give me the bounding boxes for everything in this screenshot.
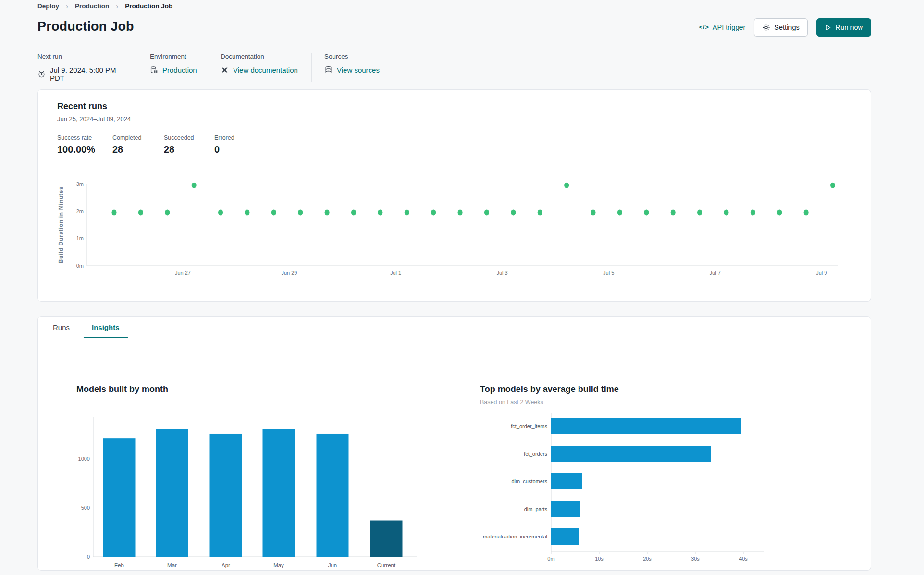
build-duration-scatter-chart: 0m1m2m3mJun 27Jun 29Jul 1Jul 3Jul 5Jul 7…: [57, 178, 852, 281]
month-bar[interactable]: [210, 434, 242, 557]
month-bar[interactable]: [370, 521, 403, 557]
x-axis-tick: Jul 3: [496, 270, 507, 276]
run-point[interactable]: [564, 183, 569, 188]
run-point[interactable]: [111, 210, 116, 216]
run-point[interactable]: [325, 210, 330, 216]
stat-succeeded: Succeeded 28: [164, 135, 214, 155]
y-axis-tick: 1000: [78, 456, 90, 462]
run-point[interactable]: [511, 210, 516, 216]
production-job-page: Deploy › Production › Production Job Pro…: [0, 0, 924, 575]
run-point[interactable]: [218, 210, 223, 216]
recent-runs-date-range: Jun 25, 2024–Jul 09, 2024: [57, 115, 131, 122]
model-bar[interactable]: [551, 418, 741, 434]
x-axis-tick: 40s: [739, 556, 748, 562]
month-bar[interactable]: [103, 438, 136, 557]
breadcrumb-deploy[interactable]: Deploy: [37, 2, 59, 10]
run-point[interactable]: [617, 210, 622, 216]
run-now-button[interactable]: Run now: [816, 18, 871, 37]
model-label: materialization_incremental: [483, 534, 547, 539]
month-bar[interactable]: [156, 429, 188, 557]
run-point[interactable]: [245, 210, 249, 216]
run-point[interactable]: [351, 210, 356, 216]
run-point[interactable]: [538, 210, 542, 216]
divider: [311, 53, 312, 82]
model-bar[interactable]: [551, 446, 711, 462]
y-axis-tick: 500: [81, 505, 90, 511]
x-axis-tick: Jul 9: [816, 270, 827, 276]
model-bar[interactable]: [551, 473, 582, 489]
run-point[interactable]: [298, 210, 303, 216]
model-label: fct_orders: [524, 451, 547, 457]
y-axis-tick: 0: [87, 554, 90, 560]
x-axis-category: Jun: [328, 563, 337, 568]
breadcrumb-production[interactable]: Production: [75, 2, 109, 10]
dbt-docs-icon: [221, 66, 229, 74]
run-point[interactable]: [644, 210, 649, 216]
run-point[interactable]: [724, 210, 728, 216]
run-point[interactable]: [138, 210, 143, 216]
chevron-right-icon: ›: [116, 2, 118, 10]
environment-icon: [150, 66, 158, 74]
settings-button[interactable]: Settings: [754, 18, 807, 37]
top-models-title: Top models by average build time: [480, 384, 619, 394]
view-documentation-link[interactable]: View documentation: [233, 66, 298, 74]
x-axis-tick: 30s: [691, 556, 700, 562]
api-trigger-link[interactable]: </> API trigger: [699, 24, 746, 31]
run-point[interactable]: [751, 210, 755, 216]
top-models-hbar-chart: 0m10s20s30s40sfct_order_itemsfct_ordersd…: [480, 409, 792, 565]
models-by-month-bar-chart: 05001000FebMarAprMayJunCurrent: [75, 415, 441, 575]
view-sources-link[interactable]: View sources: [337, 66, 380, 74]
run-point[interactable]: [378, 210, 382, 216]
run-point[interactable]: [431, 210, 436, 216]
run-point[interactable]: [804, 210, 809, 216]
run-point[interactable]: [458, 210, 463, 216]
model-bar[interactable]: [551, 528, 579, 545]
x-axis-tick: 0m: [547, 556, 554, 562]
stat-completed: Completed 28: [112, 135, 164, 155]
y-axis-tick: 1m: [76, 235, 84, 241]
x-axis-category: Feb: [114, 563, 124, 568]
recent-runs-stats: Success rate 100.00% Completed 28 Succee…: [57, 135, 262, 155]
run-point[interactable]: [697, 210, 702, 216]
run-point[interactable]: [165, 210, 170, 216]
stat-label: Success rate: [57, 135, 112, 141]
x-axis-category: Apr: [222, 563, 230, 568]
stat-label: Errored: [214, 135, 262, 141]
stat-label: Completed: [112, 135, 164, 141]
run-point[interactable]: [192, 183, 197, 188]
model-label: fct_order_items: [511, 423, 547, 429]
next-run-value: Jul 9, 2024, 5:00 PM PDT: [50, 66, 124, 82]
header-actions: </> API trigger Settings Run now: [699, 18, 871, 37]
tab-bar: Runs Insights: [38, 317, 871, 338]
divider: [137, 53, 137, 82]
insights-content: Models built by month Top models by aver…: [38, 338, 871, 570]
run-point[interactable]: [271, 210, 276, 216]
environment-link[interactable]: Production: [162, 66, 197, 74]
x-axis-tick: Jun 29: [281, 270, 297, 276]
breadcrumb-production-job: Production Job: [125, 2, 172, 10]
job-meta-row: Next run Jul 9, 2024, 5:00 PM PDT Enviro…: [37, 53, 392, 82]
meta-sources: Sources View sources: [324, 53, 392, 82]
stat-errored: Errored 0: [214, 135, 262, 155]
run-point[interactable]: [405, 210, 409, 216]
stat-value: 28: [112, 144, 164, 155]
run-point[interactable]: [777, 210, 782, 216]
recent-runs-title: Recent runs: [57, 101, 107, 111]
model-bar[interactable]: [551, 501, 580, 517]
meta-environment: Environment Production: [150, 53, 208, 82]
recent-runs-card: Recent runs Jun 25, 2024–Jul 09, 2024 Su…: [37, 89, 871, 302]
run-point[interactable]: [591, 210, 596, 216]
code-icon: </>: [699, 24, 709, 31]
x-axis-tick: 20s: [643, 556, 652, 562]
run-point[interactable]: [830, 183, 835, 188]
models-by-month-title: Models built by month: [76, 384, 168, 394]
y-axis-tick: 0m: [76, 263, 84, 269]
run-point[interactable]: [484, 210, 489, 216]
tab-insights[interactable]: Insights: [81, 317, 131, 338]
y-axis-tick: 2m: [76, 208, 84, 214]
month-bar[interactable]: [317, 434, 349, 557]
divider: [208, 53, 208, 82]
tab-runs[interactable]: Runs: [42, 317, 81, 338]
run-point[interactable]: [671, 210, 676, 216]
month-bar[interactable]: [263, 429, 295, 557]
